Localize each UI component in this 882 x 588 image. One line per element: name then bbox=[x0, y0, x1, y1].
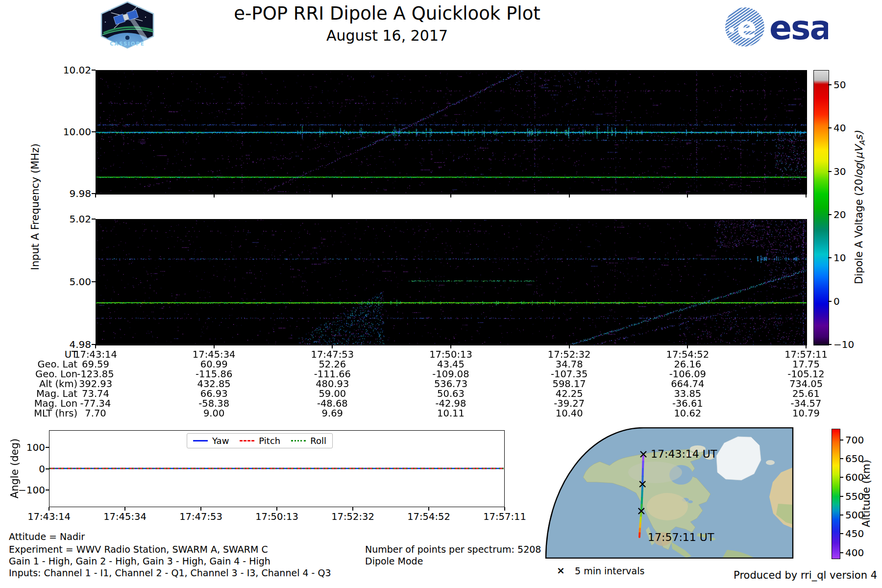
colorbar-tick-mark bbox=[828, 214, 832, 215]
altitude-colorbar-label: Altitude (km) bbox=[860, 430, 872, 557]
ephemeris-cell: 60.99 bbox=[172, 360, 256, 369]
time-tick-mark bbox=[806, 345, 807, 348]
gains-text: Gain 1 - High, Gain 2 - High, Gain 3 - H… bbox=[9, 556, 270, 566]
legend-label: Roll bbox=[310, 436, 326, 446]
ephemeris-cell: 17:54:52 bbox=[646, 350, 729, 360]
frequency-tick-mark bbox=[92, 70, 96, 71]
ephemeris-cell: 42.25 bbox=[528, 389, 611, 399]
ephemeris-cell: 10.11 bbox=[409, 409, 492, 418]
legend-line-yaw bbox=[193, 440, 208, 441]
legend-line-roll bbox=[291, 440, 306, 441]
angle-axis-label: Angle (deg) bbox=[9, 415, 21, 522]
time-tick-mark bbox=[214, 194, 215, 197]
altitude-tick-mark bbox=[840, 552, 843, 553]
ephemeris-cell: 43.45 bbox=[409, 360, 492, 369]
angle-time-tick-mark bbox=[200, 507, 201, 511]
cb-label-muv: μV bbox=[853, 146, 865, 159]
page-title: e-POP RRI Dipole A Quicklook Plot bbox=[118, 3, 657, 24]
ephemeris-cell: -42.98 bbox=[409, 399, 492, 409]
time-tick-mark bbox=[332, 194, 333, 197]
colorbar-tick-label: 50 bbox=[833, 79, 863, 91]
cb-label-log: log bbox=[853, 163, 865, 179]
angle-time-tick-label: 17:45:34 bbox=[96, 511, 154, 522]
angle-time-tick-mark bbox=[504, 507, 505, 511]
ephemeris-cell: -105.12 bbox=[764, 369, 848, 379]
points-per-spectrum-text: Number of points per spectrum: 5208 bbox=[365, 544, 541, 555]
ephemeris-cell: -39.27 bbox=[528, 399, 611, 409]
ephemeris-cell: 17:47:53 bbox=[291, 350, 374, 360]
legend-item-roll: Roll bbox=[291, 436, 326, 446]
frequency-tick-mark bbox=[92, 281, 96, 282]
ephemeris-cell: 480.93 bbox=[291, 379, 374, 389]
colorbar-tick-mark bbox=[828, 344, 832, 345]
cb-label-paren: ( bbox=[853, 159, 865, 163]
angle-plot-legend: YawPitchRoll bbox=[187, 433, 333, 448]
angle-time-tick-label: 17:50:13 bbox=[247, 511, 306, 522]
dipole-voltage-colorbar-label: Dipole A Voltage (20log(μVAs) bbox=[853, 95, 866, 320]
ephemeris-cell: 664.74 bbox=[646, 379, 729, 389]
colorbar-tick-label: −10 bbox=[833, 339, 863, 350]
ephemeris-cell: 17.75 bbox=[764, 360, 848, 369]
frequency-tick-label: 5.00 bbox=[53, 276, 91, 288]
time-tick-mark bbox=[450, 194, 451, 197]
frequency-tick-mark bbox=[92, 219, 96, 220]
frequency-axis-label: Input A Frequency (MHz) bbox=[29, 109, 41, 305]
page-date: August 16, 2017 bbox=[118, 27, 657, 44]
ephemeris-cell: 73.74 bbox=[54, 389, 137, 399]
ephemeris-cell: -77.34 bbox=[54, 399, 137, 409]
spectrogram-panel-5mhz bbox=[96, 219, 807, 345]
ephemeris-cell: 17:50:13 bbox=[409, 350, 492, 360]
legend-line-pitch bbox=[240, 440, 254, 441]
ephemeris-cell: 59.00 bbox=[291, 389, 374, 399]
produced-by-text: Produced by rri_ql version 4 bbox=[676, 570, 877, 581]
map-iceland bbox=[766, 460, 775, 465]
legend-item-yaw: Yaw bbox=[193, 436, 229, 446]
ephemeris-cell: -106.09 bbox=[646, 369, 729, 379]
angle-time-tick-mark bbox=[352, 507, 353, 511]
ephemeris-cell: 50.63 bbox=[409, 389, 492, 399]
time-tick-mark bbox=[569, 345, 570, 348]
ephemeris-cell: -58.38 bbox=[172, 399, 256, 409]
angle-time-tick-label: 17:43:14 bbox=[20, 511, 78, 522]
ephemeris-cell: -36.61 bbox=[646, 399, 729, 409]
track-start-label: 17:43:14 UT bbox=[651, 448, 717, 460]
colorbar-tick-mark bbox=[828, 301, 832, 302]
time-tick-mark bbox=[95, 345, 96, 348]
altitude-tick-mark bbox=[840, 477, 843, 478]
angle-tick-mark bbox=[46, 490, 49, 490]
ephemeris-cell: 69.59 bbox=[54, 360, 137, 369]
angle-time-tick-mark bbox=[428, 507, 429, 511]
angle-tick-mark bbox=[46, 447, 49, 448]
ephemeris-cell: -48.68 bbox=[291, 399, 374, 409]
ephemeris-cell: -107.35 bbox=[528, 369, 611, 379]
ephemeris-cell: 52.26 bbox=[291, 360, 374, 369]
dipole-voltage-colorbar bbox=[813, 70, 829, 345]
ephemeris-cell: 25.61 bbox=[764, 389, 848, 399]
track-end-label: 17:57:11 UT bbox=[648, 531, 714, 543]
frequency-tick-label: 5.02 bbox=[53, 213, 91, 225]
altitude-tick-mark bbox=[840, 496, 843, 497]
frequency-tick-label: 10.02 bbox=[53, 64, 91, 76]
ephemeris-cell: 734.05 bbox=[764, 379, 848, 389]
ephemeris-cell: 598.17 bbox=[528, 379, 611, 389]
colorbar-tick-mark bbox=[828, 171, 832, 172]
angle-tick-mark bbox=[46, 468, 49, 469]
track-segment bbox=[642, 491, 642, 498]
angle-time-tick-label: 17:47:53 bbox=[172, 511, 230, 522]
time-tick-mark bbox=[450, 345, 451, 348]
ephemeris-cell: -109.08 bbox=[409, 369, 492, 379]
angle-time-tick-mark bbox=[276, 507, 277, 511]
legend-item-pitch: Pitch bbox=[240, 436, 280, 446]
angle-time-tick-label: 17:52:32 bbox=[323, 511, 382, 522]
track-segment bbox=[643, 462, 643, 469]
time-tick-mark bbox=[687, 345, 688, 348]
time-tick-mark bbox=[569, 194, 570, 197]
time-tick-mark bbox=[806, 194, 807, 197]
experiment-text: Experiment = WWV Radio Station, SWARM A,… bbox=[9, 544, 268, 555]
ephemeris-cell: 9.69 bbox=[291, 409, 374, 418]
ephemeris-cell: 10.62 bbox=[646, 409, 729, 418]
ephemeris-cell: 10.40 bbox=[528, 409, 611, 418]
altitude-tick-mark bbox=[840, 514, 843, 515]
frequency-tick-label: 9.98 bbox=[53, 188, 91, 199]
time-tick-mark bbox=[95, 194, 96, 197]
